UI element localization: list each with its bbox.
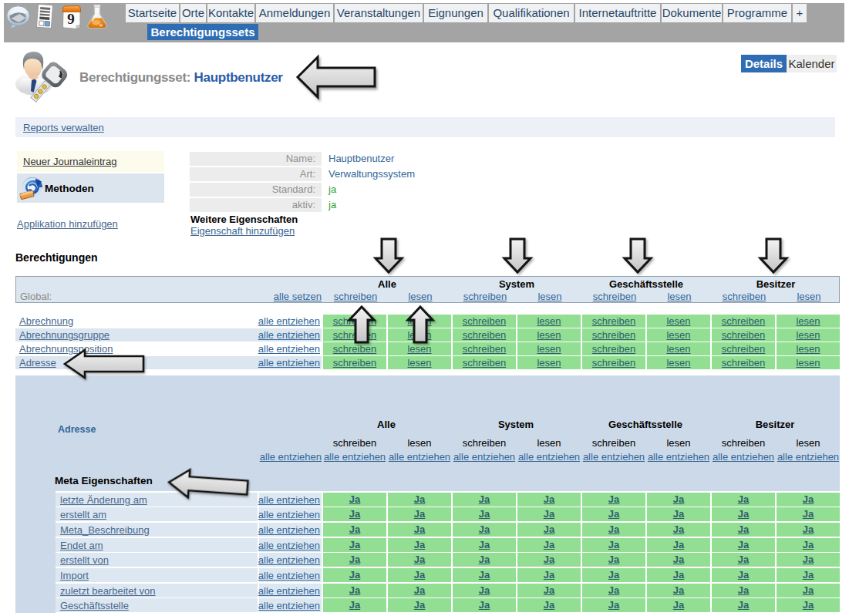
svg-text:9: 9 xyxy=(67,11,75,27)
